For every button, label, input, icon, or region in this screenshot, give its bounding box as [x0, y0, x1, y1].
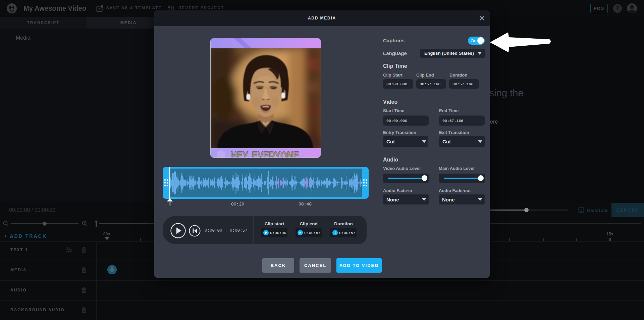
svg-text:HEY, EVERYONE.: HEY, EVERYONE. [231, 150, 302, 158]
